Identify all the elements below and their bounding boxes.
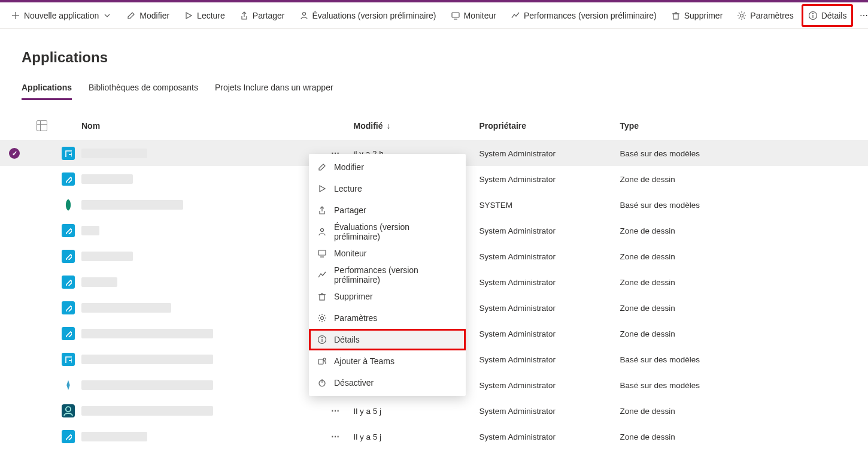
delete-button[interactable]: Supprimer: [665, 5, 729, 26]
canvas-app-icon: [62, 276, 75, 289]
model-app-icon: [62, 147, 75, 160]
row-more-button[interactable]: ⋯: [318, 406, 354, 416]
col-name[interactable]: Nom: [81, 121, 318, 131]
tab-applications[interactable]: Applications: [22, 78, 72, 100]
row-more-button[interactable]: ⋯: [318, 432, 354, 441]
app-name-redacted: x: [81, 380, 213, 390]
canvas-app-icon: [62, 301, 75, 314]
type-cell: Basé sur des modèles: [620, 201, 857, 210]
menu-evaluations[interactable]: Évaluations (version préliminaire): [309, 221, 466, 243]
play-button[interactable]: Lecture: [178, 5, 231, 26]
owner-cell: System Administrator: [479, 252, 620, 261]
menu-delete[interactable]: Supprimer: [309, 286, 466, 307]
col-owner[interactable]: Propriétaire: [479, 121, 620, 131]
details-button[interactable]: Détails: [802, 5, 853, 26]
view-switch-icon[interactable]: [37, 120, 47, 131]
menu-deactivate[interactable]: Désactiver: [309, 372, 466, 394]
chevron-down-icon: [102, 11, 112, 20]
owner-cell: System Administrator: [479, 407, 620, 416]
context-menu: Modifier Lecture Partager Évaluations (v…: [309, 154, 466, 396]
type-cell: Basé sur des modèles: [620, 355, 857, 364]
teams-icon: [317, 356, 327, 366]
col-type[interactable]: Type: [620, 121, 857, 131]
menu-share[interactable]: Partager: [309, 199, 466, 221]
menu-performance[interactable]: Performances (version préliminaire): [309, 264, 466, 286]
play-label: Lecture: [197, 11, 225, 20]
app-name-redacted: x: [81, 200, 183, 210]
share-icon: [239, 11, 249, 20]
owner-cell: System Administrator: [479, 278, 620, 287]
app-name-redacted: x: [81, 252, 133, 261]
share-icon: [317, 205, 327, 215]
app-name-redacted: x: [81, 277, 117, 287]
play-icon: [184, 11, 193, 20]
menu-modify[interactable]: Modifier: [309, 156, 466, 178]
info-icon: [317, 335, 327, 344]
app-name-redacted: x: [81, 329, 213, 338]
new-app-button[interactable]: Nouvelle application: [5, 5, 118, 26]
performance-button[interactable]: Performances (version préliminaire): [505, 5, 663, 26]
info-icon: [808, 11, 818, 20]
app-icon: [62, 379, 75, 392]
modified-cell: Il y a 5 j: [354, 407, 479, 416]
settings-label: Paramètres: [750, 11, 793, 20]
type-cell: Zone de dessin: [620, 407, 857, 416]
plus-icon: [11, 11, 20, 20]
monitor-icon: [451, 11, 460, 20]
app-name-redacted: x: [81, 149, 147, 158]
modified-cell: Il y a 5 j: [354, 432, 479, 441]
owner-cell: SYSTEM: [479, 201, 620, 210]
type-cell: Zone de dessin: [620, 226, 857, 235]
owner-cell: System Administrator: [479, 304, 620, 313]
command-bar: Nouvelle application Modifier Lecture Pa…: [0, 2, 868, 29]
chart-icon: [511, 11, 520, 20]
app-name-redacted: x: [81, 226, 99, 235]
menu-details[interactable]: Détails: [309, 329, 466, 350]
type-cell: Zone de dessin: [620, 432, 857, 441]
owner-cell: System Administrator: [479, 149, 620, 158]
type-cell: Zone de dessin: [620, 304, 857, 313]
monitor-icon: [317, 249, 327, 258]
overflow-button[interactable]: ⋯: [855, 5, 868, 26]
monitor-label: Moniteur: [464, 11, 496, 20]
menu-monitor[interactable]: Moniteur: [309, 243, 466, 264]
canvas-app-icon: [62, 250, 75, 263]
tab-component-libraries[interactable]: Bibliothèques de composants: [89, 78, 198, 100]
menu-settings[interactable]: Paramètres: [309, 307, 466, 329]
play-icon: [317, 184, 327, 193]
app-name-redacted: x: [81, 432, 147, 441]
tabs: Applications Bibliothèques de composants…: [22, 78, 846, 101]
app-name-redacted: x: [81, 303, 171, 313]
menu-add-to-teams[interactable]: Ajouter à Teams: [309, 350, 466, 372]
gear-icon: [317, 313, 327, 323]
table-row[interactable]: Northwind Orders (Model-driven) ⋯ il y a…: [0, 449, 868, 454]
person-icon: [299, 11, 309, 20]
canvas-app-icon: [62, 224, 75, 237]
details-label: Détails: [821, 11, 847, 20]
app-name-redacted: x: [81, 406, 213, 416]
page-title: Applications: [22, 49, 846, 66]
col-modified[interactable]: Modifié ↓: [354, 121, 479, 131]
table-row[interactable]: x ⋯ Il y a 5 j System Administrator Zone…: [0, 423, 868, 449]
table-row[interactable]: x ⋯ Il y a 5 j System Administrator Zone…: [0, 398, 868, 423]
chart-icon: [317, 270, 327, 280]
sort-down-icon: ↓: [387, 121, 391, 131]
modify-button[interactable]: Modifier: [120, 5, 175, 26]
type-cell: Zone de dessin: [620, 329, 857, 338]
canvas-app-icon: [62, 430, 75, 443]
app-name-redacted: x: [81, 174, 133, 184]
settings-button[interactable]: Paramètres: [731, 5, 799, 26]
tab-wrapper-projects[interactable]: Projets Inclure dans un wrapper: [215, 78, 333, 100]
type-cell: Basé sur des modèles: [620, 149, 857, 158]
evaluations-button[interactable]: Évaluations (version préliminaire): [293, 5, 442, 26]
modify-label: Modifier: [139, 11, 169, 20]
type-cell: Zone de dessin: [620, 175, 857, 184]
app-name-redacted: x: [81, 355, 213, 364]
monitor-button[interactable]: Moniteur: [445, 5, 502, 26]
evaluations-label: Évaluations (version préliminaire): [312, 11, 436, 20]
menu-play[interactable]: Lecture: [309, 178, 466, 199]
share-button[interactable]: Partager: [233, 5, 291, 26]
selected-check-icon[interactable]: [9, 148, 20, 159]
svg-point-19: [66, 407, 71, 411]
owner-cell: System Administrator: [479, 432, 620, 441]
